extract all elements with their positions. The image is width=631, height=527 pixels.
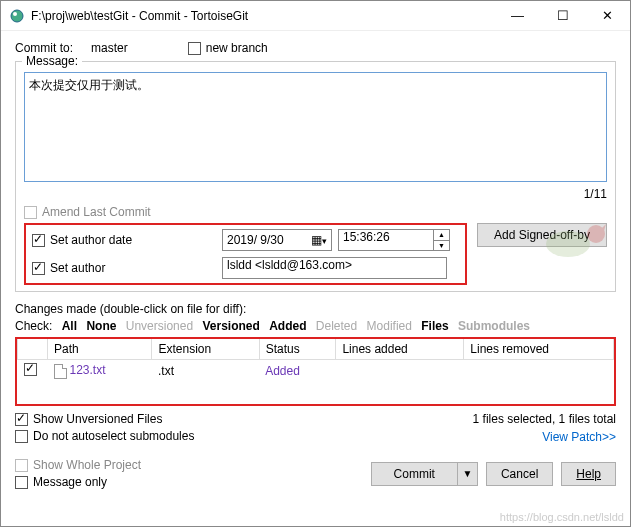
show-unversioned-checkbox[interactable] xyxy=(15,413,28,426)
page-watermark: https://blog.csdn.net/lsldd xyxy=(500,511,624,523)
filter-unversioned[interactable]: Unversioned xyxy=(126,319,193,333)
selection-summary: 1 files selected, 1 files total xyxy=(473,412,616,426)
author-input[interactable]: lsldd <lsldd@163.com> xyxy=(222,257,447,279)
commit-branch: master xyxy=(91,41,128,55)
help-button[interactable]: Help xyxy=(561,462,616,486)
file-list: Path Extension Status Lines added Lines … xyxy=(15,337,616,406)
date-picker[interactable]: 2019/ 9/30 ▦▾ xyxy=(222,229,332,251)
row-checkbox[interactable] xyxy=(24,363,37,376)
show-whole-project-checkbox xyxy=(15,459,28,472)
message-group: Message: 本次提交仅用于测试。 1/11 Amend Last Comm… xyxy=(15,61,616,292)
filter-deleted[interactable]: Deleted xyxy=(316,319,357,333)
time-picker[interactable]: 15:36:26 xyxy=(338,229,434,251)
tortoise-watermark-icon xyxy=(538,214,608,259)
new-branch-checkbox[interactable] xyxy=(188,42,201,55)
filter-files[interactable]: Files xyxy=(421,319,448,333)
filter-submodules[interactable]: Submodules xyxy=(458,319,530,333)
message-only-label: Message only xyxy=(33,475,107,489)
filter-row: Check: All None Unversioned Versioned Ad… xyxy=(15,319,616,333)
minimize-button[interactable]: — xyxy=(495,1,540,31)
table-row[interactable]: 123.txt .txt Added xyxy=(18,360,614,383)
titlebar: F:\proj\web\testGit - Commit - TortoiseG… xyxy=(1,1,630,31)
line-counter: 1/11 xyxy=(24,187,607,201)
filter-none[interactable]: None xyxy=(86,319,116,333)
row-lines-added xyxy=(336,360,464,383)
no-autoselect-label: Do not autoselect submodules xyxy=(33,429,194,443)
view-patch-link[interactable]: View Patch>> xyxy=(542,430,616,444)
amend-checkbox xyxy=(24,206,37,219)
check-label: Check: xyxy=(15,319,52,333)
maximize-button[interactable]: ☐ xyxy=(540,1,585,31)
show-whole-project-label: Show Whole Project xyxy=(33,458,141,472)
message-group-title: Message: xyxy=(22,54,82,68)
message-only-checkbox[interactable] xyxy=(15,476,28,489)
row-status: Added xyxy=(259,360,336,383)
file-icon xyxy=(54,364,67,379)
svg-point-2 xyxy=(546,231,590,257)
filter-versioned[interactable]: Versioned xyxy=(202,319,259,333)
col-extension[interactable]: Extension xyxy=(152,339,259,360)
show-unversioned-label: Show Unversioned Files xyxy=(33,412,162,426)
row-path: 123.txt xyxy=(70,363,106,377)
col-lines-added[interactable]: Lines added xyxy=(336,339,464,360)
filter-all[interactable]: All xyxy=(62,319,77,333)
window-controls: — ☐ ✕ xyxy=(495,1,630,31)
commit-to-row: Commit to: master new branch xyxy=(15,41,616,55)
svg-point-1 xyxy=(13,12,17,16)
changes-label: Changes made (double-click on file for d… xyxy=(15,302,616,316)
cancel-button[interactable]: Cancel xyxy=(486,462,553,486)
commit-message-input[interactable]: 本次提交仅用于测试。 xyxy=(24,72,607,182)
no-autoselect-checkbox[interactable] xyxy=(15,430,28,443)
col-lines-removed[interactable]: Lines removed xyxy=(464,339,614,360)
window-title: F:\proj\web\testGit - Commit - TortoiseG… xyxy=(31,9,495,23)
svg-point-0 xyxy=(11,10,23,22)
amend-label: Amend Last Commit xyxy=(42,205,151,219)
filter-modified[interactable]: Modified xyxy=(367,319,412,333)
col-path[interactable]: Path xyxy=(48,339,152,360)
commit-dropdown-icon[interactable]: ▼ xyxy=(458,462,478,486)
set-author-date-checkbox[interactable] xyxy=(32,234,45,247)
row-lines-removed xyxy=(464,360,614,383)
commit-to-label: Commit to: xyxy=(15,41,73,55)
time-spinner[interactable]: ▲▼ xyxy=(434,229,450,251)
filter-added[interactable]: Added xyxy=(269,319,306,333)
set-author-label: Set author xyxy=(50,261,105,275)
new-branch-label: new branch xyxy=(206,41,268,55)
commit-button[interactable]: Commit xyxy=(371,462,458,486)
table-header-row: Path Extension Status Lines added Lines … xyxy=(18,339,614,360)
col-status[interactable]: Status xyxy=(259,339,336,360)
set-author-date-label: Set author date xyxy=(50,233,132,247)
close-button[interactable]: ✕ xyxy=(585,1,630,31)
author-redbox: Set author date 2019/ 9/30 ▦▾ 15:36:26 ▲… xyxy=(24,223,467,285)
app-icon xyxy=(9,8,25,24)
row-extension: .txt xyxy=(152,360,259,383)
set-author-checkbox[interactable] xyxy=(32,262,45,275)
calendar-icon[interactable]: ▦▾ xyxy=(311,233,327,247)
commit-split-button[interactable]: Commit ▼ xyxy=(371,462,478,486)
